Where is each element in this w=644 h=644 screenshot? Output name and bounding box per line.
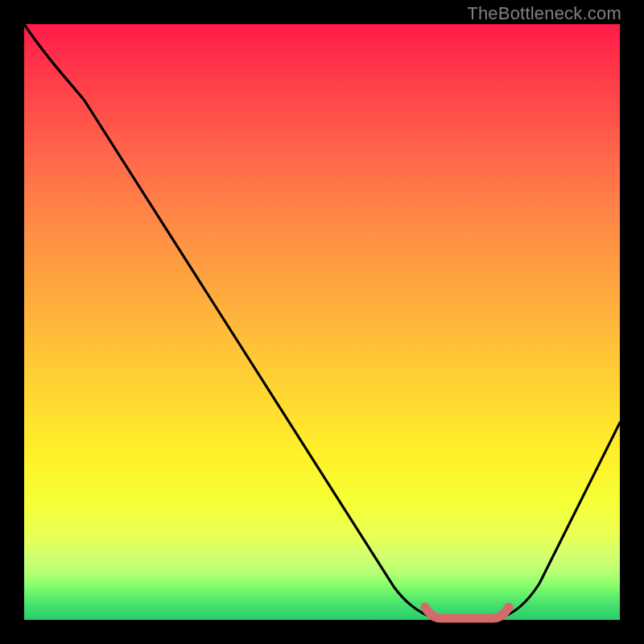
chart-frame: TheBottleneck.com [0, 0, 644, 644]
flat-region-marker [425, 607, 509, 618]
bottleneck-curve [24, 24, 620, 618]
curve-layer [24, 24, 620, 620]
watermark-text: TheBottleneck.com [467, 3, 621, 24]
plot-area [24, 24, 620, 620]
